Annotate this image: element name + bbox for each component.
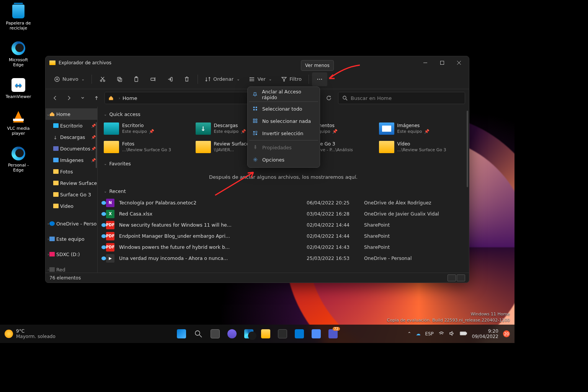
paste-button[interactable] <box>129 72 144 86</box>
more-button[interactable] <box>312 72 327 86</box>
copy-button[interactable] <box>112 72 127 86</box>
sort-button[interactable]: Ordenar ⌄ <box>201 72 244 86</box>
sidebar-item-label: Red <box>56 267 65 273</box>
cut-button[interactable] <box>95 72 110 86</box>
cloud-status-icon <box>101 234 106 238</box>
sidebar-item-onedrive[interactable]: › OneDrive - Perso <box>46 218 97 229</box>
volume-icon[interactable] <box>449 331 455 337</box>
desktop-icon-label: TeamViewer <box>6 94 31 99</box>
desktop-icon-label: Personal - Edge <box>3 163 34 173</box>
desktop-icon-edge[interactable]: Microsoft Edge <box>3 41 34 67</box>
recent-item[interactable]: X Red Casa.xlsx 03/04/2022 16:28 OneDriv… <box>102 208 464 219</box>
tray-chevron-up-icon[interactable]: ⌃ <box>407 331 411 336</box>
ctx-select-none[interactable]: No seleccionar nada <box>248 115 320 127</box>
share-button[interactable] <box>162 72 178 86</box>
search-button[interactable] <box>191 326 206 341</box>
quick-access-item[interactable]: Vídeo ...\Review Surface Go 3 <box>377 139 465 155</box>
sidebar-item-network[interactable]: › Red <box>46 264 97 273</box>
clock[interactable]: 9:20 09/04/2022 <box>472 328 498 340</box>
ctx-options[interactable]: Opciones <box>248 154 320 166</box>
edge-taskbar[interactable] <box>241 326 256 341</box>
close-button[interactable] <box>451 57 467 69</box>
sidebar-item-home[interactable]: ⌄ Home <box>46 108 97 120</box>
pin-icon: 📌 <box>91 124 96 128</box>
ctx-pin-quick-access[interactable]: Anclar al Acceso rápido <box>248 88 320 101</box>
svg-rect-46 <box>461 332 466 335</box>
teams-taskbar[interactable]: 72 <box>325 326 341 341</box>
svg-point-8 <box>103 80 105 82</box>
properties-icon <box>252 144 258 150</box>
start-button[interactable] <box>174 326 189 341</box>
quick-access-item[interactable]: Imágenes Este equipo 📌 <box>377 120 465 137</box>
section-title: Favorites <box>109 161 131 167</box>
ctx-invert-selection[interactable]: Invertir selección <box>248 127 320 139</box>
search-input[interactable]: Buscar en Home <box>338 92 465 104</box>
recent-item[interactable]: ▶ Una verdad muy incomoda - Ahora o nunc… <box>102 253 464 264</box>
recent-item[interactable]: PDF New security features for Windows 11… <box>102 219 464 230</box>
sidebar-item-downloads[interactable]: ↓ Descargas 📌 <box>46 131 97 143</box>
up-button[interactable] <box>91 92 102 104</box>
store-taskbar[interactable] <box>275 326 290 341</box>
details-view-button[interactable] <box>448 274 456 281</box>
sidebar-item-review-surface[interactable]: Review Surface <box>46 177 97 189</box>
desktop-icon-recycle-bin[interactable]: Papelera de reciclaje <box>3 4 34 31</box>
sidebar-item-video[interactable]: Video <box>46 200 97 212</box>
edge-icon <box>11 147 25 160</box>
maximize-button[interactable] <box>434 57 451 69</box>
sidebar-item-surface-go-3[interactable]: Surface Go 3 <box>46 189 97 200</box>
battery-icon[interactable] <box>460 331 467 337</box>
back-button[interactable] <box>49 92 61 104</box>
new-button[interactable]: Nuevo ⌄ <box>50 72 88 86</box>
sidebar-item-fotos[interactable]: Fotos <box>46 166 97 177</box>
section-recent[interactable]: ⌄ Recent <box>102 187 464 197</box>
scrollbar[interactable] <box>96 122 97 168</box>
recent-item[interactable]: N Tecnología por Palabras.onetoc2 06/04/… <box>102 197 464 208</box>
rename-button[interactable] <box>145 72 161 86</box>
task-view-button[interactable] <box>207 326 223 341</box>
todo-taskbar[interactable] <box>309 326 324 341</box>
language-indicator[interactable]: ESP <box>425 331 433 336</box>
notification-badge[interactable]: 20 <box>503 330 510 337</box>
grid-icon <box>252 106 258 112</box>
sidebar-item-sdxc[interactable]: › SDXC (D:) <box>46 248 97 260</box>
forward-button[interactable] <box>63 92 75 104</box>
filter-button[interactable]: Filtro <box>277 72 305 86</box>
sidebar-item-documents[interactable]: Documentos 📌 <box>46 143 97 154</box>
titlebar[interactable]: Explorador de archivos <box>46 56 469 69</box>
wifi-icon[interactable] <box>438 331 444 337</box>
recent-item[interactable]: PDF Endpoint Manager Blog_under embargo … <box>102 230 464 242</box>
breadcrumb-segment[interactable]: Home <box>122 95 137 101</box>
view-button[interactable]: Ver ⌄ <box>245 72 276 86</box>
sidebar-item-label: Surface Go 3 <box>60 192 91 198</box>
quick-access-item[interactable]: Fotos ...\Review Surface Go 3 <box>102 139 189 155</box>
item-count: 76 elementos <box>49 275 81 281</box>
refresh-button[interactable] <box>322 92 336 104</box>
outlook-taskbar[interactable] <box>292 326 307 341</box>
delete-button[interactable] <box>179 72 194 86</box>
sidebar-item-desktop[interactable]: Escritorio 📌 <box>46 120 97 131</box>
chat-button[interactable] <box>224 326 240 341</box>
ctx-label: Opciones <box>262 157 284 163</box>
svg-point-25 <box>319 78 320 79</box>
recent-name: Una verdad muy incomoda - Ahora o nunca.… <box>119 255 307 261</box>
recent-location: SharePoint <box>364 233 464 239</box>
svg-rect-1 <box>441 61 444 65</box>
recent-location: OneDrive de Álex Rodríguez <box>364 200 464 206</box>
window-title: Explorador de archivos <box>59 60 111 65</box>
recent-item[interactable]: PDF Windows powers the future of hybrid … <box>102 242 464 253</box>
minimize-button[interactable] <box>417 57 434 69</box>
recent-locations-button[interactable] <box>77 92 88 104</box>
weather-widget[interactable]: 9°C Mayorm. soleado <box>5 328 56 340</box>
ctx-select-all[interactable]: Seleccionar todo <box>248 103 320 115</box>
file-explorer-taskbar[interactable] <box>258 326 273 341</box>
folder-icon <box>49 60 56 65</box>
thumbs-view-button[interactable] <box>457 274 465 281</box>
desktop-icon-teamviewer[interactable]: ↔ TeamViewer <box>3 77 34 99</box>
quick-access-item[interactable]: Escritorio Este equipo 📌 <box>102 120 189 137</box>
desktop-icon-personal-edge[interactable]: Personal - Edge <box>3 146 34 173</box>
sidebar-item-this-pc[interactable]: › Este equipo <box>46 233 97 245</box>
scrollbar[interactable] <box>467 111 468 187</box>
sidebar-item-pictures[interactable]: Imágenes 📌 <box>46 154 97 166</box>
onedrive-tray-icon[interactable]: ☁ <box>416 331 420 336</box>
desktop-icon-vlc[interactable]: VLC media player <box>3 109 34 136</box>
